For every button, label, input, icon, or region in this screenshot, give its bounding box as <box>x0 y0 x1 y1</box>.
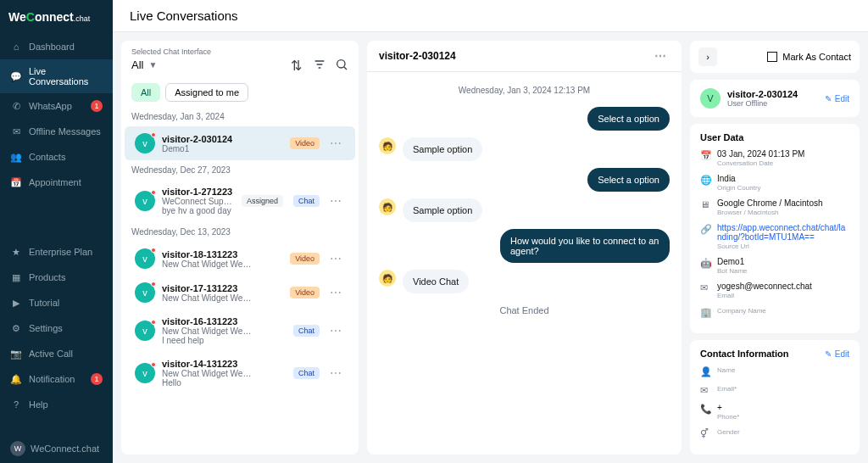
info-label: Browser / Macintosh <box>717 209 823 216</box>
visitor-status: User Offline <box>727 99 798 108</box>
user-icon: 👤 <box>700 366 710 377</box>
interface-select-label: Selected Chat Interface <box>131 47 348 56</box>
info-label: Company Name <box>717 307 766 315</box>
mail-icon: ✉ <box>700 385 710 396</box>
sidebar: WeConnect.chat ⌂Dashboard💬Live Conversat… <box>0 0 113 463</box>
message-bubble: Select a option <box>587 168 670 192</box>
conversation-item[interactable]: v visitor-16-131223New Chat Widget We…I … <box>125 310 355 352</box>
help-icon: ? <box>10 399 22 410</box>
contact-label: Gender <box>717 428 740 436</box>
monitor-icon: 🖥 <box>700 199 710 209</box>
user-avatar-icon: 🧑 <box>379 137 396 154</box>
chat-icon: 💬 <box>10 70 22 82</box>
channel-tag: Video <box>290 287 320 298</box>
date-header: Wednesday, Jan 3, 2024 <box>121 107 359 126</box>
info-value[interactable]: https://app.weconnect.chat/chat/landing/… <box>717 223 849 242</box>
info-value: 03 Jan, 2024 01:13 PM <box>717 149 804 159</box>
info-label: Email <box>717 292 812 299</box>
conversation-list: Wednesday, Jan 3, 2024v visitor-2-030124… <box>121 107 359 455</box>
contact-row: 📞 +Phone* <box>700 403 849 421</box>
sidebar-footer-user[interactable]: W WeConnect.chat <box>0 434 113 463</box>
star-icon: ★ <box>10 246 22 258</box>
more-icon[interactable]: ⋯ <box>326 366 345 380</box>
info-value: Google Chrome / Macintosh <box>717 198 823 208</box>
channel-tag: Video <box>290 253 320 265</box>
chat-more-icon[interactable]: ⋯ <box>651 49 670 63</box>
logo: WeConnect.chat <box>0 0 113 34</box>
more-icon[interactable]: ⋯ <box>326 252 345 265</box>
page-title: Live Conversations <box>113 0 868 32</box>
conversation-item[interactable]: v visitor-14-131223New Chat Widget We…He… <box>125 352 355 394</box>
chat-ended: Chat Ended <box>379 305 670 315</box>
more-icon[interactable]: ⋯ <box>326 137 345 150</box>
info-label: Bot Name <box>717 267 748 275</box>
info-row: ✉ yogesh@weconnect.chat Email <box>700 282 849 299</box>
inbox-icon: ✉ <box>10 126 22 137</box>
search-icon[interactable] <box>335 58 348 71</box>
message-row: 🧑Sample option <box>379 137 670 161</box>
conversation-item[interactable]: v visitor-1-271223WeConnect Supportbye h… <box>125 180 355 222</box>
contact-label: Email* <box>717 385 737 393</box>
video-icon: ▶ <box>10 297 22 309</box>
chat-date: Wednesday, Jan 3, 2024 12:13 PM <box>379 86 670 95</box>
message-bubble: How would you like to connect to an agen… <box>500 229 670 263</box>
channel-tag: Video <box>290 137 320 149</box>
more-icon[interactable]: ⋯ <box>326 286 345 299</box>
contact-row: ✉ Email* <box>700 384 849 396</box>
channel-tag: Chat <box>293 367 320 379</box>
edit-visitor[interactable]: ✎Edit <box>825 94 849 103</box>
nav-active-call[interactable]: 📷Active Call <box>0 341 113 366</box>
more-icon[interactable]: ⋯ <box>326 324 345 337</box>
message-row: 🧑Video Chat <box>379 270 670 293</box>
grid-icon: ▦ <box>10 271 22 283</box>
checkbox-icon[interactable] <box>767 52 777 62</box>
mark-as-contact[interactable]: Mark As Contact <box>767 52 851 62</box>
filter-icon[interactable] <box>313 58 326 71</box>
info-value: Demo1 <box>717 257 748 266</box>
nav-notification[interactable]: 🔔Notification1 <box>0 366 113 392</box>
nav-offline-messages[interactable]: ✉Offline Messages <box>0 119 113 144</box>
interface-select[interactable]: All <box>131 59 143 71</box>
chevron-down-icon[interactable]: ▼ <box>148 60 157 70</box>
nav-appointment[interactable]: 📅Appointment <box>0 170 113 195</box>
message-row: Select a option <box>379 168 670 192</box>
info-row: 🔗 https://app.weconnect.chat/chat/landin… <box>700 223 849 250</box>
filter-assigned-to-me[interactable]: Assigned to me <box>165 83 248 102</box>
bell-icon: 🔔 <box>10 373 22 385</box>
badge: 1 <box>91 100 103 112</box>
nav-whatsapp[interactable]: ✆WhatsApp1 <box>0 93 113 119</box>
gear-icon: ⚙ <box>10 322 22 334</box>
user-avatar-icon: 🧑 <box>379 198 396 215</box>
nav-enterprise-plan[interactable]: ★Enterprise Plan <box>0 239 113 265</box>
svg-point-3 <box>337 60 345 68</box>
conversation-item[interactable]: v visitor-17-131223New Chat Widget We… V… <box>125 276 355 310</box>
avatar: v <box>135 282 155 303</box>
mail-icon: ✉ <box>700 282 710 293</box>
home-icon: ⌂ <box>10 41 22 53</box>
more-icon[interactable]: ⋯ <box>326 194 345 208</box>
phone-icon: 📞 <box>700 404 710 415</box>
link-icon: 🔗 <box>700 224 710 235</box>
nav-help[interactable]: ?Help <box>0 392 113 417</box>
back-icon[interactable]: › <box>698 47 717 66</box>
conversation-item[interactable]: v visitor-18-131223New Chat Widget We… V… <box>125 242 355 276</box>
sort-icon[interactable]: ⇅ <box>291 58 304 71</box>
contacts-icon: 👥 <box>10 151 22 163</box>
user-data-title: User Data <box>700 132 849 142</box>
edit-contact[interactable]: ✎Edit <box>825 349 849 359</box>
badge: 1 <box>91 373 103 385</box>
nav-live-conversations[interactable]: 💬Live Conversations <box>0 59 113 93</box>
avatar: v <box>135 321 155 341</box>
nav-settings[interactable]: ⚙Settings <box>0 315 113 341</box>
nav-dashboard[interactable]: ⌂Dashboard <box>0 34 113 59</box>
nav-products[interactable]: ▦Products <box>0 265 113 290</box>
info-label: Origin Country <box>717 184 761 192</box>
avatar: v <box>135 133 155 153</box>
whatsapp-icon: ✆ <box>10 100 22 112</box>
date-header: Wednesday, Dec 27, 2023 <box>121 160 359 180</box>
nav-tutorial[interactable]: ▶Tutorial <box>0 290 113 315</box>
nav-contacts[interactable]: 👥Contacts <box>0 144 113 170</box>
conversation-item[interactable]: v visitor-2-030124Demo1 Video ⋯ <box>125 126 355 160</box>
filter-all[interactable]: All <box>131 83 160 102</box>
info-panel: › Mark As Contact V visitor-2-030124 Use… <box>690 41 860 455</box>
